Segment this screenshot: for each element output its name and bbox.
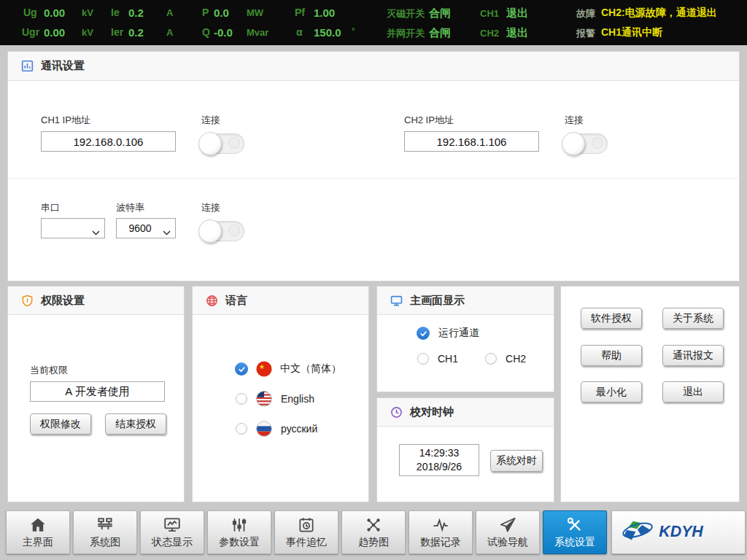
current-permission-field[interactable]: A 开发者使用 [30, 381, 165, 402]
home-icon [28, 516, 47, 534]
ch2-radio[interactable] [485, 353, 497, 365]
panel-title: 主画面显示 [410, 294, 465, 308]
metric-value: 0.0 [214, 4, 229, 22]
radio-icon [236, 423, 247, 435]
fault-text: CH2:电源故障，通道退出 [601, 4, 717, 22]
datetime-field[interactable]: 14:29:33 2018/9/26 [399, 444, 479, 476]
language-panel: 语言 中文（简体） [192, 286, 369, 502]
ch2-ip-label: CH2 IP地址 [404, 114, 454, 127]
alarm-text: CH1通讯中断 [601, 23, 662, 42]
trend-scatter-icon [364, 516, 383, 534]
end-authorization-button[interactable]: 结束授权 [105, 413, 166, 435]
ch1-ip-input[interactable]: 192.168.0.106 [41, 131, 176, 152]
language-header: 语言 [193, 287, 368, 315]
help-button[interactable]: 帮助 [581, 345, 642, 366]
ch2-ip-input[interactable]: 192.168.1.106 [404, 131, 539, 152]
metric-unit: A [166, 4, 173, 22]
ch2-option-label: CH2 [506, 353, 526, 365]
metric-value: 0.2 [128, 23, 144, 42]
language-option-chinese[interactable]: 中文（简体） [235, 361, 341, 377]
toggle-knob [562, 132, 585, 155]
software-license-button[interactable]: 软件授权 [581, 308, 642, 329]
ch2-connect-toggle[interactable] [562, 133, 608, 154]
language-option-english[interactable]: English [236, 391, 314, 407]
radio-checked-icon [235, 362, 248, 376]
metric-label: Q [202, 23, 210, 42]
ch1-connect-label: 连接 [201, 114, 220, 127]
nav-system-settings[interactable]: 系统设置 [543, 510, 607, 554]
nav-main-screen[interactable]: 主界面 [6, 510, 70, 554]
toggle-knob [198, 132, 222, 155]
nav-label: 系统图 [90, 536, 120, 549]
metric-value: -0.0 [214, 23, 233, 42]
nav-label: 趋势图 [358, 536, 389, 549]
nav-test-navigation[interactable]: 试验导航 [476, 510, 540, 554]
shield-icon [21, 295, 34, 307]
scada-screen: Ug 0.00 kV Ie 0.2 A P 0.0 MW Pf 1.00 灭磁开… [0, 0, 747, 560]
baud-rate-label: 波特率 [116, 201, 144, 214]
kdyh-logo-button[interactable]: KDYH [611, 510, 746, 554]
metric-label: α [296, 23, 303, 42]
comm-settings-panel: 通讯设置 CH1 IP地址 192.168.0.106 连接 CH2 IP地址 … [7, 51, 740, 281]
ch1-option-label: CH1 [438, 353, 458, 365]
clock-panel: 校对时钟 14:29:33 2018/9/26 系统对时 [376, 397, 554, 502]
panel-title: 校对时钟 [410, 405, 454, 419]
main-display-header: 主画面显示 [377, 287, 554, 315]
toggle-knob [198, 219, 222, 243]
comm-settings-header: 通讯设置 [8, 52, 739, 81]
logo-text: KDYH [659, 523, 703, 540]
switch-label: 灭磁开关 [387, 4, 425, 23]
serial-port-select[interactable] [41, 218, 105, 238]
about-system-button[interactable]: 关于系统 [662, 308, 724, 329]
nav-label: 试验导航 [487, 536, 528, 549]
system-buttons-panel: 软件授权 关于系统 帮助 通讯报文 最小化 退出 [560, 286, 740, 502]
toggle-track-dot [228, 137, 240, 149]
system-time-sync-button[interactable]: 系统对时 [490, 450, 543, 472]
nav-data-record[interactable]: 数据记录 [409, 510, 473, 554]
metric-unit: MW [247, 4, 263, 22]
clock-icon [390, 406, 403, 419]
exit-button[interactable]: 退出 [662, 381, 724, 402]
switch-label: 并网开关 [387, 24, 425, 42]
current-permission-label: 当前权限 [30, 364, 68, 377]
nav-label: 状态显示 [152, 536, 193, 549]
divider [9, 178, 738, 179]
nav-system-diagram[interactable]: 系统图 [73, 510, 137, 554]
channel-label: CH2 [480, 24, 499, 42]
modify-permission-button[interactable]: 权限修改 [30, 413, 91, 435]
channel-state: 退出 [506, 4, 528, 22]
serial-connect-label: 连接 [201, 201, 220, 214]
clock-header: 校对时钟 [377, 398, 554, 427]
nav-trend-chart[interactable]: 趋势图 [341, 510, 406, 554]
russia-flag-icon [256, 421, 272, 437]
panel-title: 权限设置 [41, 294, 85, 308]
paper-plane-icon [498, 516, 517, 534]
metric-label: Pf [295, 4, 305, 22]
serial-connect-toggle[interactable] [199, 221, 244, 241]
language-option-label: русский [281, 423, 317, 435]
baud-rate-select[interactable]: 9600 [116, 218, 176, 238]
nav-label: 事件追忆 [286, 536, 327, 549]
nav-label: 参数设置 [219, 536, 260, 549]
ch1-connect-toggle[interactable] [199, 133, 244, 154]
comm-message-button[interactable]: 通讯报文 [662, 345, 724, 366]
switch-state: 合闸 [429, 4, 451, 22]
nav-status-display[interactable]: 状态显示 [140, 510, 204, 554]
minimize-button[interactable]: 最小化 [581, 381, 642, 402]
language-option-russian[interactable]: русский [236, 421, 317, 437]
metric-label: Ier [111, 23, 123, 42]
ch2-connect-label: 连接 [565, 114, 584, 127]
main-display-panel: 主画面显示 运行通道 CH1 CH2 [376, 286, 554, 392]
permission-panel: 权限设置 当前权限 A 开发者使用 权限修改 结束授权 [7, 286, 185, 502]
panel-title: 通讯设置 [41, 59, 85, 73]
nav-parameter-settings[interactable]: 参数设置 [207, 510, 271, 554]
ch1-ip-label: CH1 IP地址 [41, 114, 90, 127]
language-option-label: English [281, 393, 314, 405]
comm-icon [21, 60, 34, 72]
nav-event-recall[interactable]: 事件追忆 [274, 510, 338, 554]
metric-value: 0.2 [128, 4, 144, 22]
run-channel-option[interactable]: 运行通道 [417, 327, 479, 340]
permission-header: 权限设置 [8, 287, 184, 315]
telemetry-bar: Ug 0.00 kV Ie 0.2 A P 0.0 MW Pf 1.00 灭磁开… [0, 0, 747, 45]
ch1-radio[interactable] [417, 353, 429, 365]
